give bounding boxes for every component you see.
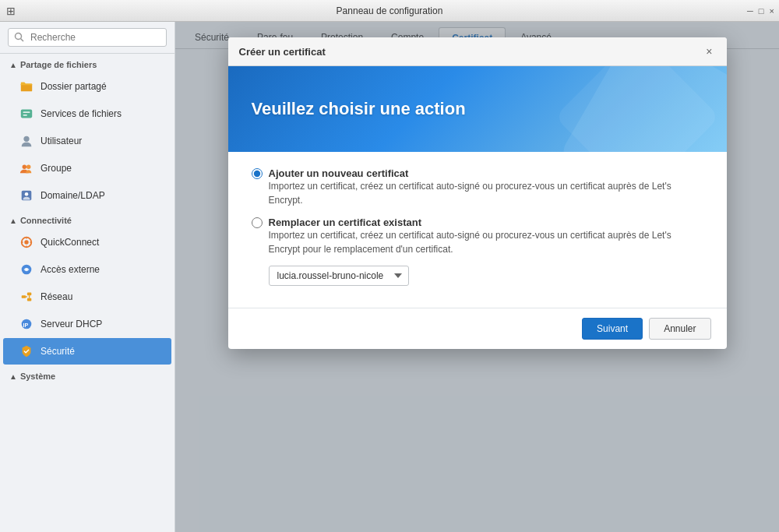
titlebar-controls[interactable]: ─ □ × [747, 6, 774, 16]
sidebar-item-ldap-label: Domaine/LDAP [41, 190, 105, 201]
radio-input-replace[interactable] [252, 217, 263, 228]
sidebar-item-dossier[interactable]: Dossier partagé [3, 73, 171, 100]
sidebar-item-ldap[interactable]: Domaine/LDAP [3, 182, 171, 209]
svg-rect-1 [21, 110, 32, 118]
search-input[interactable] [8, 28, 167, 47]
network-icon [19, 289, 34, 305]
dialog-body: Ajouter un nouveau certificat Importez u… [228, 152, 727, 308]
sidebar-item-services-label: Services de fichiers [41, 108, 122, 119]
radio-sub-select: lucia.roussel-bruno-nicole [269, 266, 703, 286]
security-icon [19, 344, 34, 359]
svg-point-8 [25, 192, 29, 196]
svg-point-5 [23, 165, 26, 169]
group-icon [19, 160, 34, 176]
section-partage-header[interactable]: ▲ Partage de fichiers [0, 54, 174, 72]
section-systeme-header[interactable]: ▲ Système [0, 365, 174, 384]
sidebar-item-groupe-label: Groupe [41, 163, 72, 174]
sidebar-item-dhcp[interactable]: IP Serveur DHCP [3, 311, 171, 337]
section-partage-label: Partage de fichiers [20, 60, 97, 69]
user-icon [19, 133, 34, 149]
radio-option-add: Ajouter un nouveau certificat Importez u… [252, 167, 703, 207]
svg-point-12 [25, 268, 28, 271]
sidebar-item-externe[interactable]: Accès externe [3, 256, 171, 283]
sidebar-item-services[interactable]: Services de fichiers [3, 100, 171, 127]
svg-rect-3 [23, 115, 27, 116]
radio-option-replace: Remplacer un certificat existant Importe… [252, 217, 703, 286]
titlebar: ⊞ Panneau de configuration ─ □ × [0, 0, 779, 22]
svg-text:IP: IP [23, 322, 29, 329]
dialog-title: Créer un certificat [239, 46, 326, 58]
section-systeme-label: Système [20, 372, 55, 381]
quickconnect-icon [19, 234, 34, 250]
titlebar-title: Panneau de configuration [337, 5, 443, 16]
dialog-titlebar: Créer un certificat × [228, 37, 727, 66]
sidebar-item-reseau[interactable]: Réseau [3, 284, 171, 310]
sidebar-item-utilisateur-label: Utilisateur [41, 136, 82, 146]
sidebar: ▲ Partage de fichiers Dossier partagé Se… [0, 22, 175, 532]
svg-rect-2 [23, 111, 30, 113]
dialog-footer: Suivant Annuler [228, 308, 727, 349]
radio-option-replace-description: Importez un certificat, créez un certifi… [269, 228, 703, 256]
section-connectivite-arrow: ▲ [9, 217, 17, 225]
svg-point-10 [24, 240, 28, 244]
radio-label-add[interactable]: Ajouter un nouveau certificat [252, 167, 703, 179]
external-icon [19, 262, 34, 277]
sidebar-item-dossier-label: Dossier partagé [41, 81, 107, 92]
radio-option-replace-label: Remplacer un certificat existant [269, 217, 422, 228]
content-area: Sécurité Pare-feu Protection Compte Cert… [175, 22, 779, 532]
main-layout: ▲ Partage de fichiers Dossier partagé Se… [0, 22, 779, 532]
dhcp-icon: IP [19, 316, 34, 332]
ldap-icon [19, 188, 34, 203]
folder-icon [19, 79, 34, 94]
section-partage-arrow: ▲ [9, 61, 17, 69]
sidebar-item-quickconnect[interactable]: QuickConnect [3, 229, 171, 255]
dialog-close-button[interactable]: × [703, 45, 715, 58]
section-connectivite-label: Connectivité [20, 216, 72, 225]
section-connectivite-header[interactable]: ▲ Connectivité [0, 210, 174, 228]
svg-point-6 [26, 165, 30, 169]
sidebar-item-securite-label: Sécurité [41, 346, 75, 357]
sidebar-item-groupe[interactable]: Groupe [3, 155, 171, 181]
svg-rect-15 [27, 298, 31, 301]
sidebar-item-reseau-label: Réseau [41, 291, 72, 302]
window-close-icon[interactable]: × [770, 6, 774, 16]
services-icon [19, 106, 34, 122]
svg-rect-14 [27, 293, 31, 296]
sidebar-item-quickconnect-label: QuickConnect [41, 237, 99, 248]
window-maximize-icon[interactable]: □ [759, 6, 764, 16]
sidebar-item-dhcp-label: Serveur DHCP [41, 319, 102, 329]
dialog-banner-title: Veuillez choisir une action [252, 99, 466, 119]
dialog: Créer un certificat × Veuillez choisir u… [228, 37, 727, 349]
radio-input-add[interactable] [252, 168, 263, 179]
next-button[interactable]: Suivant [582, 318, 643, 340]
sidebar-item-utilisateur[interactable]: Utilisateur [3, 128, 171, 154]
certificate-dropdown[interactable]: lucia.roussel-bruno-nicole [269, 266, 409, 286]
sidebar-item-securite[interactable]: Sécurité [3, 338, 171, 365]
section-systeme-arrow: ▲ [9, 372, 17, 381]
svg-point-4 [23, 136, 29, 142]
window-minimize-icon[interactable]: ─ [747, 6, 753, 16]
dialog-banner: Veuillez choisir une action [228, 66, 727, 152]
cancel-button[interactable]: Annuler [649, 318, 710, 340]
radio-option-add-description: Importez un certificat, créez un certifi… [269, 179, 703, 207]
sidebar-item-externe-label: Accès externe [41, 264, 100, 275]
sidebar-search-container [0, 22, 174, 54]
radio-option-add-label: Ajouter un nouveau certificat [269, 167, 409, 179]
dialog-overlay: Créer un certificat × Veuillez choisir u… [175, 22, 779, 532]
svg-rect-13 [22, 295, 26, 298]
titlebar-icon: ⊞ [6, 5, 16, 17]
radio-label-replace[interactable]: Remplacer un certificat existant [252, 217, 703, 228]
